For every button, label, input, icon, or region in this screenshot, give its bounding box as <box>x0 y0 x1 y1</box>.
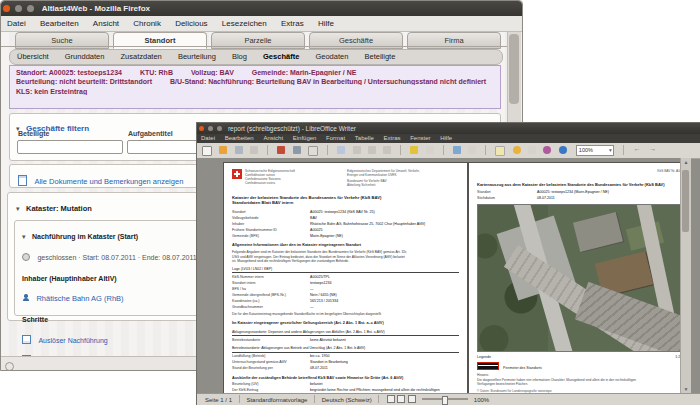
previous-page-icon[interactable]: ← <box>634 145 641 152</box>
page-indicator[interactable]: Seite 1 / 1 <box>205 397 232 403</box>
writer-titlebar[interactable]: report (schreibgeschützt) - LibreOffice … <box>197 123 700 134</box>
maximize-icon[interactable] <box>217 126 222 131</box>
document-page-2: KbS BAV Nr. A00025 Kartenauszug aus dem … <box>468 162 690 393</box>
zoom-percent[interactable]: 100% <box>474 397 489 403</box>
subtab-blog[interactable]: Blog <box>232 52 247 61</box>
scrollbar-thumb[interactable] <box>509 34 519 104</box>
copy-icon[interactable] <box>368 146 376 154</box>
subtab-bar: Übersicht Grunddaten Zusatzdaten Beurtei… <box>9 49 503 65</box>
undo-icon[interactable] <box>410 146 418 154</box>
menu-datei[interactable]: Datei <box>201 135 215 141</box>
print-icon[interactable] <box>293 146 301 154</box>
menu-einfuegen[interactable]: Einfügen <box>293 135 317 141</box>
menu-hilfe[interactable]: Hilfe <box>318 19 334 28</box>
multi-page-view-icon[interactable] <box>397 395 405 403</box>
note-line: Die für den Katastereintrag massgebende … <box>232 312 459 316</box>
menu-hilfe[interactable]: Hilfe <box>440 135 452 141</box>
menu-extras[interactable]: Extras <box>383 135 400 141</box>
table-row: Untersuchungsstand gemäss AltlVStandort … <box>232 360 459 365</box>
table-row: Gemeinde übergreifend (BFS-Nr.)Nein / 64… <box>232 293 459 298</box>
info-beurteilung: Beurteilung: nicht beurteilt: Drittstand… <box>16 78 152 85</box>
chevron-down-icon: ▾ <box>609 146 612 155</box>
confed-line: Confederaziun svizra <box>245 181 333 185</box>
zoom-slider-knob[interactable] <box>442 396 448 405</box>
paste-icon[interactable] <box>383 146 391 154</box>
scroll-down-icon[interactable]: ▼ <box>681 386 691 392</box>
beteiligte-input[interactable] <box>17 140 123 154</box>
minimize-icon[interactable] <box>208 126 213 131</box>
menu-fenster[interactable]: Fenster <box>410 135 430 141</box>
new-document-icon[interactable] <box>202 146 212 156</box>
book-view-icon[interactable] <box>408 395 416 403</box>
scrollbar-thumb[interactable] <box>682 170 689 232</box>
open-icon[interactable] <box>219 146 227 154</box>
menu-bearbeiten[interactable]: Bearbeiten <box>40 19 79 28</box>
writer-statusbar: Seite 1 / 1 Standardformatvorlage Deutsc… <box>197 393 700 405</box>
subtab-uebersicht[interactable]: Übersicht <box>17 52 49 61</box>
task-icon <box>22 335 31 344</box>
firefox-titlebar[interactable]: Altlast4Web - Mozilla Firefox <box>1 1 522 16</box>
subtab-geschaefte[interactable]: Geschäfte <box>263 52 299 61</box>
subtab-grunddaten[interactable]: Grunddaten <box>65 52 105 61</box>
menu-chronik[interactable]: Chronik <box>133 19 161 28</box>
collapse-icon[interactable]: ▾ <box>16 205 20 212</box>
datasources-icon[interactable] <box>543 146 551 154</box>
menu-bearbeiten[interactable]: Bearbeiten <box>225 135 254 141</box>
close-icon[interactable] <box>199 126 204 131</box>
info-bu-stand: B/U-Stand: Nachführung: Beurteilung BAV … <box>170 78 486 85</box>
menu-delicious[interactable]: Delicious <box>175 19 207 28</box>
maximize-icon[interactable] <box>27 5 34 12</box>
next-page-icon[interactable]: → <box>649 145 656 152</box>
subtab-beteiligte[interactable]: Beteiligte <box>364 52 395 61</box>
document-header: Schweizerische Eidgenossenschaft Confédé… <box>232 169 459 188</box>
writer-toolbar: 100% ▾ ← → <box>197 143 700 159</box>
scroll-up-icon[interactable]: ▲ <box>681 159 691 165</box>
zoom-slider[interactable] <box>422 398 468 400</box>
subtab-geodaten[interactable]: Geodaten <box>315 52 348 61</box>
nachfuehrung-header[interactable]: Nachführung im Kataster (Start) <box>32 233 138 240</box>
toolbar-separator <box>400 145 401 155</box>
cut-icon[interactable] <box>353 146 361 154</box>
menu-lesezeichen[interactable]: Lesezeichen <box>222 19 267 28</box>
dept-line: Abteilung Sicherheit <box>347 183 420 187</box>
close-icon[interactable] <box>3 5 10 12</box>
kataster-header[interactable]: Kataster: Mutation <box>26 204 92 213</box>
draw-functions-icon[interactable] <box>468 146 476 154</box>
writer-scrollbar[interactable]: ▲ ▼ <box>680 158 691 393</box>
save-icon[interactable] <box>235 146 243 154</box>
all-documents-link[interactable]: Alle Dokumente und Bemerkungen anzeigen <box>34 177 183 186</box>
step-ausloeser-link[interactable]: Auslöser Nachführung <box>38 337 107 344</box>
menu-ansicht[interactable]: Ansicht <box>93 19 119 28</box>
zoom-combobox[interactable]: 100% ▾ <box>576 145 614 156</box>
spellcheck-icon[interactable] <box>337 146 345 154</box>
collapse-icon[interactable]: ▾ <box>22 233 26 240</box>
menu-datei[interactable]: Datei <box>7 19 26 28</box>
print-preview-icon[interactable] <box>308 146 318 156</box>
gallery-icon[interactable] <box>528 146 536 154</box>
subtab-zusatzdaten[interactable]: Zusatzdaten <box>121 52 162 61</box>
inhaber-link[interactable]: Rhätische Bahn AG (RhB) <box>36 294 123 303</box>
find-replace-icon[interactable] <box>495 146 505 156</box>
language-indicator[interactable]: Deutsch (Schweiz) <box>322 397 372 403</box>
info-vollzug: Vollzug: BAV <box>191 69 234 76</box>
redo-icon[interactable] <box>426 146 434 154</box>
menu-format[interactable]: Format <box>326 135 345 141</box>
firefox-menubar: Datei Bearbeiten Ansicht Chronik Delicio… <box>1 16 522 32</box>
single-page-view-icon[interactable] <box>387 395 395 403</box>
minimize-icon[interactable] <box>15 5 22 12</box>
table-row: KbS-Nummer internA00025/TPL <box>232 275 459 280</box>
menu-ansicht[interactable]: Ansicht <box>263 135 283 141</box>
document-area: Schweizerische Eidgenossenschaft Confédé… <box>197 158 690 393</box>
navigator-icon[interactable] <box>513 146 521 154</box>
info-ktu: KTU: RhB <box>140 69 173 76</box>
paragraph-style[interactable]: Standardformatvorlage <box>246 397 307 403</box>
info-gemeinde: Gemeinde: Marin-Epagnier / NE <box>252 69 357 76</box>
table-icon[interactable] <box>453 146 461 154</box>
menu-extras[interactable]: Extras <box>281 19 304 28</box>
subtab-beurteilung[interactable]: Beurteilung <box>178 52 216 61</box>
legend-item: Perimeter des Standorts <box>503 366 542 370</box>
menu-tabelle[interactable]: Tabelle <box>355 135 374 141</box>
pdf-export-icon[interactable] <box>277 146 285 154</box>
zoom-icon[interactable] <box>559 146 567 154</box>
email-icon[interactable] <box>250 146 258 154</box>
